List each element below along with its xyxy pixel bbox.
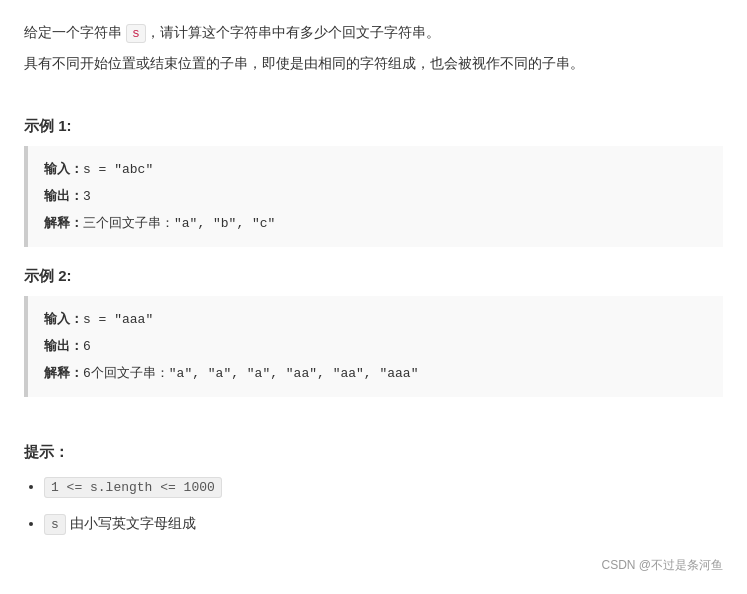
tips-item-1: 1 <= s.length <= 1000 [44, 474, 723, 499]
example-2-explain-label: 解释： [44, 365, 83, 380]
example-2-input: 输入：s = "aaa" [44, 306, 707, 333]
example-1-block: 输入：s = "abc" 输出：3 解释：三个回文子串："a", "b", "c… [24, 146, 723, 247]
example-2-input-label: 输入： [44, 311, 83, 326]
example-1-section: 示例 1: 输入：s = "abc" 输出：3 解释：三个回文子串："a", "… [24, 117, 723, 247]
example-1-title: 示例 1: [24, 117, 723, 136]
example-2-block: 输入：s = "aaa" 输出：6 解释：6个回文子串："a", "a", "a… [24, 296, 723, 397]
example-2-section: 示例 2: 输入：s = "aaa" 输出：6 解释：6个回文子串："a", "… [24, 267, 723, 397]
example-1-input-label: 输入： [44, 161, 83, 176]
tips-section: 提示： 1 <= s.length <= 1000 s 由小写英文字母组成 [24, 443, 723, 537]
example-1-output: 输出：3 [44, 183, 707, 210]
intro-code-s: s [126, 24, 146, 43]
intro-paragraph-1: 给定一个字符串 s，请计算这个字符串中有多少个回文子字符串。 [24, 20, 723, 45]
example-1-output-label: 输出： [44, 188, 83, 203]
intro-line1-post: ，请计算这个字符串中有多少个回文子字符串。 [146, 24, 440, 40]
example-2-output-label: 输出： [44, 338, 83, 353]
footer-brand: CSDN @不过是条河鱼 [601, 557, 723, 574]
example-1-input-value: s = "abc" [83, 162, 153, 177]
example-2-explain-value: 6个回文子串："a", "a", "a", "aa", "aa", "aaa" [83, 366, 418, 381]
tips-item-2-code: s [44, 514, 66, 535]
tips-item-2-text: 由小写英文字母组成 [66, 515, 196, 531]
intro-paragraph-2: 具有不同开始位置或结束位置的子串，即使是由相同的字符组成，也会被视作不同的子串。 [24, 51, 723, 76]
example-1-explain: 解释：三个回文子串："a", "b", "c" [44, 210, 707, 237]
example-2-output: 输出：6 [44, 333, 707, 360]
tips-item-1-code: 1 <= s.length <= 1000 [44, 477, 222, 498]
example-2-explain: 解释：6个回文子串："a", "a", "a", "aa", "aa", "aa… [44, 360, 707, 387]
intro-line1-pre: 给定一个字符串 [24, 24, 126, 40]
example-2-output-value: 6 [83, 339, 91, 354]
example-2-input-value: s = "aaa" [83, 312, 153, 327]
example-1-output-value: 3 [83, 189, 91, 204]
tips-list: 1 <= s.length <= 1000 s 由小写英文字母组成 [24, 474, 723, 537]
example-2-title: 示例 2: [24, 267, 723, 286]
tips-item-2: s 由小写英文字母组成 [44, 511, 723, 536]
example-1-explain-label: 解释： [44, 215, 83, 230]
tips-title: 提示： [24, 443, 723, 462]
example-1-explain-value: 三个回文子串："a", "b", "c" [83, 216, 275, 231]
example-1-input: 输入：s = "abc" [44, 156, 707, 183]
